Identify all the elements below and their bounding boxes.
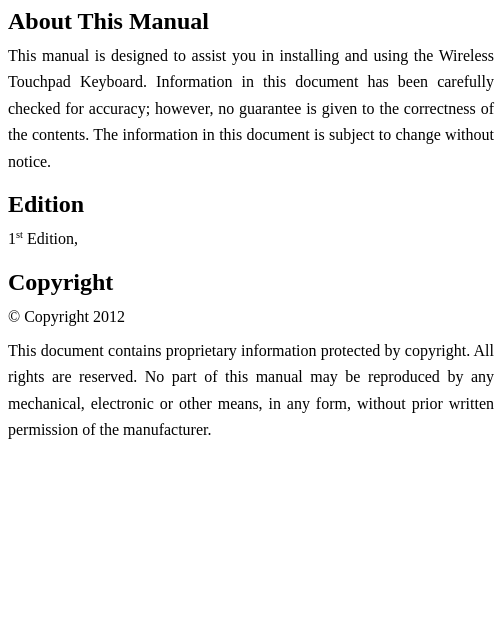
- edition-label: Edition,: [23, 230, 78, 247]
- about-heading: About This Manual: [8, 8, 494, 35]
- copyright-year: © Copyright 2012: [8, 304, 494, 330]
- copyright-paragraph: This document contains proprietary infor…: [8, 338, 494, 444]
- copyright-heading: Copyright: [8, 269, 494, 296]
- edition-text: 1st Edition,: [8, 226, 494, 253]
- edition-superscript: st: [16, 229, 23, 240]
- edition-heading: Edition: [8, 191, 494, 218]
- about-paragraph: This manual is designed to assist you in…: [8, 43, 494, 175]
